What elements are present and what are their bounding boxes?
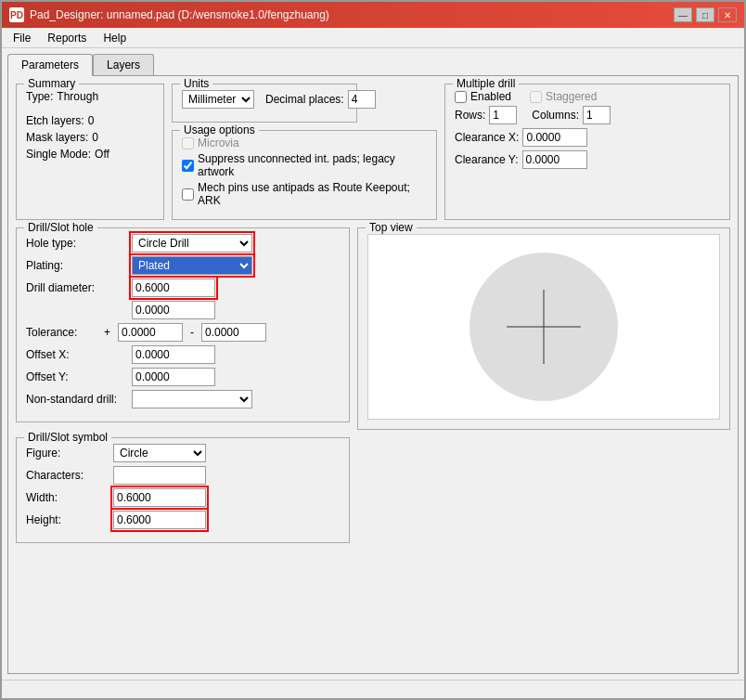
staggered-checkbox[interactable] bbox=[530, 91, 542, 103]
clearancey-row: Clearance Y: bbox=[455, 150, 720, 169]
plating-select[interactable]: Plated Non-Plated bbox=[132, 256, 252, 275]
single-value: Off bbox=[95, 148, 109, 161]
tolerance2-input[interactable] bbox=[201, 323, 266, 342]
type-label: Type: bbox=[26, 90, 53, 103]
offsetx-input[interactable] bbox=[132, 345, 215, 364]
menu-help[interactable]: Help bbox=[96, 30, 134, 46]
title-bar-left: PD Pad_Designer: unnamed.pad (D:/wensmok… bbox=[9, 7, 329, 22]
rows-input[interactable] bbox=[489, 106, 517, 124]
multiple-drill-group: Multiple drill Enabled Staggered Rows: C… bbox=[444, 84, 730, 220]
tolerance-row: Tolerance: + - bbox=[26, 323, 340, 342]
etch-label: Etch layers: bbox=[26, 114, 84, 127]
decimal-label: Decimal places: bbox=[265, 93, 344, 106]
holetype-row: Hole type: Circle Drill bbox=[26, 234, 340, 253]
figure-select[interactable]: Circle Square X bbox=[113, 444, 206, 462]
figure-row: Figure: Circle Square X bbox=[26, 444, 340, 462]
clearancex-row: Clearance X: bbox=[455, 128, 720, 147]
characters-label: Characters: bbox=[26, 469, 109, 482]
summary-title: Summary bbox=[24, 77, 79, 90]
type-row: Type: Through bbox=[26, 90, 154, 103]
multiple-drill-title: Multiple drill bbox=[453, 77, 519, 90]
height-row: Height: bbox=[26, 511, 340, 529]
menu-reports[interactable]: Reports bbox=[40, 30, 94, 46]
etch-row: Etch layers: 0 bbox=[26, 114, 154, 127]
usage-options-title: Usage options bbox=[180, 123, 259, 136]
clearancey-input[interactable] bbox=[522, 150, 587, 169]
title-controls: — □ ✕ bbox=[674, 7, 737, 22]
mask-value: 0 bbox=[92, 131, 98, 144]
rows-label: Rows: bbox=[455, 109, 485, 122]
middle-row: Drill/Slot hole Hole type: Circle Drill … bbox=[16, 227, 730, 430]
drilldiameter-input[interactable] bbox=[132, 279, 215, 297]
plating-row: Plating: Plated Non-Plated bbox=[26, 256, 340, 275]
drill-group: Drill/Slot hole Hole type: Circle Drill … bbox=[16, 227, 350, 422]
menu-bar: File Reports Help bbox=[2, 28, 744, 48]
middle-col: Units Millimeter Decimal places: Usage o… bbox=[172, 84, 437, 220]
summary-group: Summary Type: Through Etch layers: 0 Mas… bbox=[16, 84, 164, 220]
window-title: Pad_Designer: unnamed.pad (D:/wensmoke1.… bbox=[30, 8, 329, 21]
suppress-label: Suppress unconnected int. pads; legacy a… bbox=[198, 152, 427, 178]
suppress-checkbox[interactable] bbox=[182, 160, 194, 172]
tab-layers[interactable]: Layers bbox=[93, 54, 154, 75]
width-row: Width: bbox=[26, 488, 340, 507]
unit-select[interactable]: Millimeter bbox=[182, 90, 254, 109]
width-input[interactable] bbox=[113, 488, 206, 507]
tab-parameters[interactable]: Parameters bbox=[7, 54, 93, 76]
tolerance-plus: + bbox=[104, 326, 110, 339]
single-label: Single Mode: bbox=[26, 148, 91, 161]
microvia-label: Microvia bbox=[198, 136, 239, 149]
clearancex-label: Clearance X: bbox=[455, 131, 519, 144]
holetype-label: Hole type: bbox=[26, 237, 128, 250]
top-row: Summary Type: Through Etch layers: 0 Mas… bbox=[16, 84, 730, 220]
drillsym-group: Drill/Slot symbol Figure: Circle Square … bbox=[16, 437, 350, 543]
decimal-input[interactable] bbox=[348, 90, 376, 109]
etch-value: 0 bbox=[88, 114, 95, 127]
units-title: Units bbox=[180, 77, 212, 90]
clearancey-label: Clearance Y: bbox=[455, 153, 519, 166]
holetype-select[interactable]: Circle Drill bbox=[132, 234, 252, 253]
staggered-label: Staggered bbox=[546, 90, 597, 103]
mask-row: Mask layers: 0 bbox=[26, 131, 154, 144]
single-row: Single Mode: Off bbox=[26, 148, 154, 161]
top-view-canvas bbox=[367, 234, 720, 420]
bottom-row: Drill/Slot symbol Figure: Circle Square … bbox=[16, 437, 730, 543]
drilldiameter-label: Drill diameter: bbox=[26, 281, 128, 294]
enabled-row: Enabled Staggered bbox=[455, 90, 720, 103]
drillsym-title: Drill/Slot symbol bbox=[24, 431, 111, 444]
crosshair-vertical bbox=[544, 290, 545, 364]
drilldiameter2-row bbox=[26, 301, 340, 319]
enabled-label: Enabled bbox=[470, 90, 511, 103]
offsety-input[interactable] bbox=[132, 368, 215, 386]
microvia-row: Microvia bbox=[182, 136, 427, 149]
tab-bar: Parameters Layers bbox=[7, 54, 739, 75]
menu-file[interactable]: File bbox=[6, 30, 38, 46]
nonstdrill-label: Non-standard drill: bbox=[26, 393, 128, 406]
rows-row: Rows: Columns: bbox=[455, 106, 720, 124]
microvia-checkbox[interactable] bbox=[182, 137, 194, 149]
nonstdrill-row: Non-standard drill: bbox=[26, 390, 340, 408]
units-group: Units Millimeter Decimal places: bbox=[172, 84, 357, 123]
height-input[interactable] bbox=[113, 511, 206, 529]
height-label: Height: bbox=[26, 513, 109, 526]
minimize-button[interactable]: — bbox=[674, 7, 692, 22]
tolerance-label: Tolerance: bbox=[26, 326, 100, 339]
restore-button[interactable]: □ bbox=[696, 7, 714, 22]
app-icon: PD bbox=[9, 7, 24, 22]
mech-row: Mech pins use antipads as Route Keepout;… bbox=[182, 181, 427, 207]
plating-label: Plating: bbox=[26, 259, 128, 272]
nonstdrill-select[interactable] bbox=[132, 390, 252, 408]
topview-title: Top view bbox=[366, 221, 417, 234]
tolerance1-input[interactable] bbox=[118, 323, 183, 342]
characters-row: Characters: bbox=[26, 466, 340, 485]
suppress-row: Suppress unconnected int. pads; legacy a… bbox=[182, 152, 427, 178]
characters-input[interactable] bbox=[113, 466, 206, 485]
title-bar: PD Pad_Designer: unnamed.pad (D:/wensmok… bbox=[2, 2, 744, 28]
mech-checkbox[interactable] bbox=[182, 188, 194, 201]
topview-group: Top view bbox=[357, 227, 730, 430]
enabled-checkbox[interactable] bbox=[455, 91, 467, 103]
content-area: Parameters Layers Summary Type: Through … bbox=[2, 48, 744, 680]
drilldiameter2-input[interactable] bbox=[132, 301, 215, 319]
columns-input[interactable] bbox=[583, 106, 611, 124]
clearancex-input[interactable] bbox=[522, 128, 587, 147]
close-button[interactable]: ✕ bbox=[718, 7, 737, 22]
